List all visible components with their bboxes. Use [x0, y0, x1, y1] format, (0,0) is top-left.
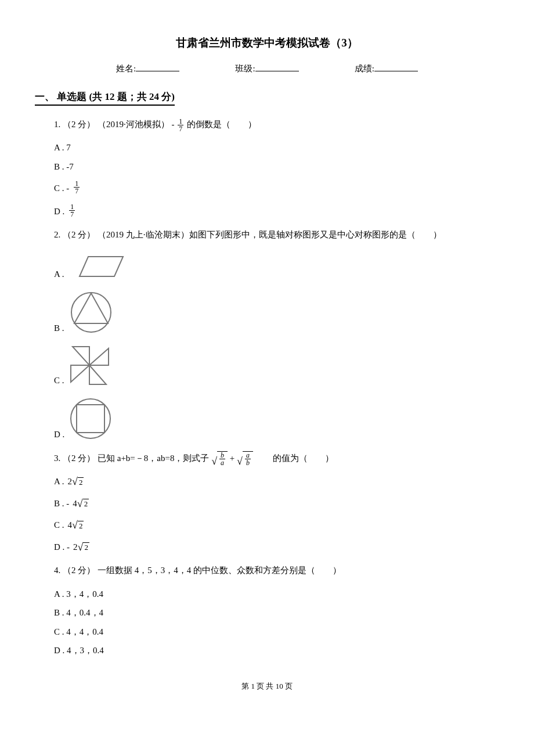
- q4-option-d: D . 4，3，0.4: [54, 644, 499, 657]
- q3-option-c: C . 4√2: [54, 519, 499, 532]
- section-header: 一、 单选题 (共 12 题；共 24 分): [35, 89, 175, 106]
- page-title: 甘肃省兰州市数学中考模拟试卷（3）: [35, 35, 499, 52]
- q4-stem: 4. （2 分） 一组数据 4，5，3，4，4 的中位数、众数和方差分别是（ ）: [54, 562, 499, 579]
- q1-option-a: A . 7: [54, 141, 499, 154]
- question-4: 4. （2 分） 一组数据 4，5，3，4，4 的中位数、众数和方差分别是（ ）…: [54, 562, 499, 657]
- name-blank[interactable]: [136, 62, 179, 71]
- q4-option-a: A . 3，4，0.4: [54, 588, 499, 601]
- svg-marker-5: [73, 347, 89, 365]
- score-field: 成绩:: [355, 62, 418, 75]
- class-field: 班级:: [235, 62, 298, 75]
- q2-stem: 2. （2 分） （2019 九上·临沧期末）如图下列图形中，既是轴对称图形又是…: [54, 226, 499, 243]
- svg-marker-0: [80, 257, 123, 276]
- surd-icon: 4√2: [68, 519, 84, 532]
- q1-option-b: B . -7: [54, 160, 499, 174]
- q3-stem: 3. （2 分） 已知 a+b=－8，ab=8，则式子 √ba + √ab 的值…: [54, 450, 499, 467]
- svg-marker-8: [71, 365, 89, 382]
- surd-icon: 2√2: [73, 541, 89, 554]
- fraction-icon: 17: [69, 203, 75, 218]
- exam-page: 甘肃省兰州市数学中考模拟试卷（3） 姓名: 班级: 成绩: 一、 单选题 (共 …: [0, 0, 534, 709]
- q2-option-b: B .: [54, 290, 499, 335]
- fraction-icon: 17: [74, 180, 80, 195]
- q1-option-d: D . 17: [54, 203, 499, 218]
- surd-icon: 4√2: [73, 497, 89, 510]
- q3-option-a: A . 2√2: [54, 475, 499, 488]
- q2-option-a: A .: [54, 252, 499, 281]
- triangle-in-circle-icon: [68, 290, 114, 335]
- q1-stem: 1. （2 分） （2019·河池模拟） - 17 的倒数是（ ）: [54, 116, 499, 133]
- q3-option-d: D . - 2√2: [54, 541, 499, 554]
- q3-option-b: B . - 4√2: [54, 497, 499, 510]
- name-field: 姓名:: [116, 62, 179, 75]
- svg-marker-2: [74, 293, 108, 323]
- question-1: 1. （2 分） （2019·河池模拟） - 17 的倒数是（ ） A . 7 …: [54, 116, 499, 218]
- surd-icon: 2√2: [68, 475, 84, 488]
- q4-option-c: C . 4，4，0.4: [54, 625, 499, 639]
- svg-rect-10: [77, 405, 104, 433]
- fraction-icon: 17: [178, 118, 183, 132]
- sqrt-fraction-icon: √ba: [211, 451, 228, 466]
- q2-option-d: D .: [54, 396, 499, 441]
- student-meta: 姓名: 班级: 成绩:: [116, 62, 418, 75]
- question-2: 2. （2 分） （2019 九上·临沧期末）如图下列图形中，既是轴对称图形又是…: [54, 226, 499, 441]
- q1-option-c: C . - 17: [54, 180, 499, 195]
- sqrt-fraction-icon: √ab: [237, 451, 253, 466]
- svg-marker-7: [89, 365, 106, 384]
- pinwheel-icon: [68, 344, 111, 387]
- parallelogram-icon: [68, 252, 126, 281]
- class-blank[interactable]: [255, 62, 299, 71]
- q4-option-b: B . 4，0.4，4: [54, 606, 499, 620]
- score-blank[interactable]: [374, 62, 418, 71]
- question-3: 3. （2 分） 已知 a+b=－8，ab=8，则式子 √ba + √ab 的值…: [54, 450, 499, 554]
- square-in-circle-icon: [68, 396, 113, 441]
- page-footer: 第 1 页 共 10 页: [35, 681, 499, 692]
- q2-option-c: C .: [54, 344, 499, 387]
- svg-point-1: [71, 293, 111, 332]
- svg-marker-6: [89, 348, 109, 365]
